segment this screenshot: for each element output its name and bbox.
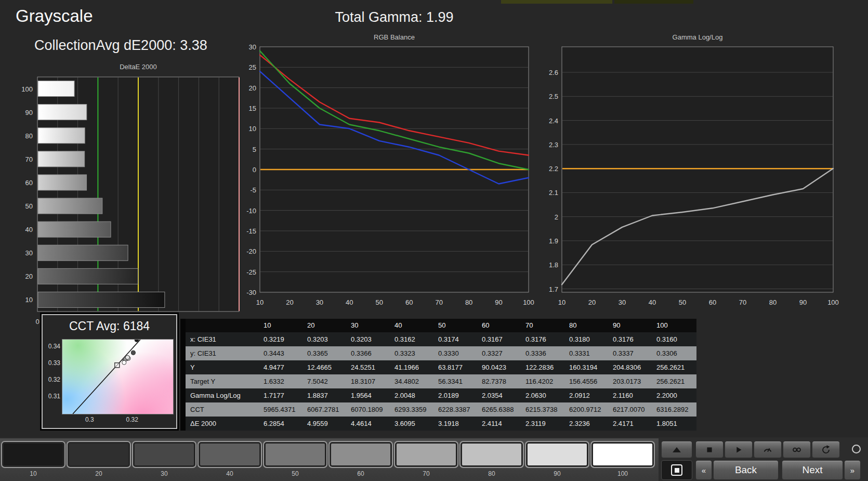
next-button[interactable]: Next bbox=[782, 460, 843, 480]
x-tick-label: 100 bbox=[827, 298, 839, 306]
cell: 24.5251 bbox=[347, 360, 391, 374]
x-tick-label: 90 bbox=[495, 298, 502, 306]
next-chevron-button[interactable]: » bbox=[844, 460, 861, 480]
x-tick-label: 0 bbox=[35, 318, 39, 326]
cell: 5965.4371 bbox=[260, 402, 304, 417]
back-chevron-button[interactable]: « bbox=[695, 460, 712, 480]
swatch-button-70[interactable] bbox=[394, 441, 458, 468]
cie-x-tick: 0.3 bbox=[79, 416, 100, 423]
measurement-point bbox=[131, 350, 135, 355]
cell: 0.3366 bbox=[347, 346, 391, 360]
column-header: 70 bbox=[522, 319, 565, 332]
cell: 204.8306 bbox=[609, 360, 653, 374]
cell: 0.3330 bbox=[435, 346, 478, 360]
record-circle-icon[interactable] bbox=[852, 445, 861, 453]
deltae-bar bbox=[38, 268, 138, 284]
deltae-bar bbox=[38, 151, 85, 167]
y-tick-label: 2.2 bbox=[549, 165, 558, 173]
y-tick-label: 2.1 bbox=[549, 189, 558, 197]
cell: 0.3443 bbox=[260, 346, 304, 360]
y-tick-label: 20 bbox=[249, 84, 256, 92]
meter-icon bbox=[762, 444, 773, 456]
cell: 1.6332 bbox=[260, 374, 304, 388]
swatch-button-40[interactable] bbox=[198, 441, 262, 468]
meter-button[interactable] bbox=[754, 441, 782, 458]
x-tick-label: 40 bbox=[346, 298, 353, 306]
cell: 63.8177 bbox=[435, 360, 478, 374]
swatch-button-90[interactable] bbox=[525, 441, 589, 468]
cell: 18.3107 bbox=[347, 374, 391, 388]
back-button[interactable]: Back bbox=[713, 460, 779, 480]
deltae-bar bbox=[38, 81, 74, 97]
y-tick-label: 10 bbox=[249, 125, 256, 133]
cell: 4.9477 bbox=[260, 360, 304, 374]
collection-avg-de2000-label: CollectionAvg dE2000: 3.38 bbox=[34, 37, 207, 54]
cell: 256.2621 bbox=[653, 360, 696, 374]
y-tick-label: -20 bbox=[246, 248, 256, 255]
y-tick-label: -30 bbox=[246, 289, 256, 296]
cell: 3.1918 bbox=[435, 417, 478, 431]
x-tick-label: 10 bbox=[558, 298, 565, 306]
cell: 41.1966 bbox=[391, 360, 435, 374]
cell: 7.5042 bbox=[304, 374, 347, 388]
cell: 0.3176 bbox=[609, 332, 653, 346]
swatch-cell-60: 60 bbox=[328, 441, 393, 477]
cie-y-tick: 0.31 bbox=[45, 393, 60, 400]
stop-button[interactable] bbox=[695, 441, 724, 458]
y-tick-label: 15 bbox=[249, 105, 256, 112]
refresh-button[interactable] bbox=[812, 441, 840, 458]
swatch-label: 70 bbox=[394, 470, 458, 477]
play-button[interactable] bbox=[725, 441, 753, 458]
swatch-button-30[interactable] bbox=[132, 441, 196, 468]
y-tick-label: 1.7 bbox=[549, 285, 558, 293]
cell: 2.3236 bbox=[565, 417, 609, 431]
stop-frame-button[interactable] bbox=[661, 460, 692, 480]
cell: 1.9564 bbox=[347, 388, 391, 402]
swatch-button-100[interactable] bbox=[590, 441, 655, 468]
cell: 160.3194 bbox=[565, 360, 609, 374]
row-label: CCT bbox=[186, 402, 260, 417]
swatch-cell-90: 90 bbox=[525, 441, 589, 477]
y-tick-label: -25 bbox=[246, 268, 256, 276]
deltae-bar bbox=[38, 175, 87, 190]
y-tick-label: 25 bbox=[249, 63, 256, 71]
swatch-button-60[interactable] bbox=[328, 441, 393, 468]
deltae-bar bbox=[38, 105, 87, 120]
cell: 3.6095 bbox=[391, 417, 435, 431]
cell: 0.3162 bbox=[391, 332, 435, 346]
x-tick-label: 20 bbox=[588, 298, 596, 306]
deltae-bar bbox=[38, 128, 85, 144]
up-arrow-button[interactable] bbox=[661, 441, 692, 458]
measurement-point bbox=[135, 340, 139, 342]
column-header: 50 bbox=[435, 319, 478, 332]
swatch-label: 40 bbox=[198, 470, 262, 477]
deltae-bar bbox=[38, 198, 102, 214]
rgb-balance-chart: -30-25-20-15-10-505101520253010203040506… bbox=[239, 44, 535, 310]
calman-grayscale-screen: Grayscale CollectionAvg dE2000: 3.38 Tot… bbox=[0, 0, 868, 481]
swatch-label: 60 bbox=[328, 470, 393, 477]
swatch-button-80[interactable] bbox=[459, 441, 524, 468]
x-tick-label: 90 bbox=[799, 298, 807, 306]
swatch-button-10[interactable] bbox=[1, 441, 65, 468]
cell: 0.3337 bbox=[609, 346, 653, 360]
cell: 6.2854 bbox=[260, 417, 304, 431]
row-label: x: CIE31 bbox=[186, 332, 260, 346]
header-corner bbox=[186, 319, 260, 332]
cie-scatter bbox=[62, 340, 173, 414]
cell: 6215.3738 bbox=[522, 402, 565, 417]
swatch-cell-100: 100 bbox=[590, 441, 655, 477]
cell: 6070.1809 bbox=[347, 402, 391, 417]
cell: 2.4114 bbox=[478, 417, 522, 431]
cell: 34.4802 bbox=[391, 374, 435, 388]
x-tick-label: 20 bbox=[286, 298, 293, 306]
swatch-button-20[interactable] bbox=[67, 441, 131, 468]
cell: 1.8837 bbox=[304, 388, 347, 402]
cell: 2.0354 bbox=[478, 388, 522, 402]
table-row: CCT5965.43716067.27816070.18096293.33596… bbox=[186, 402, 696, 417]
column-header: 40 bbox=[391, 319, 435, 332]
infinity-button[interactable] bbox=[783, 441, 811, 458]
swatch-button-50[interactable] bbox=[263, 441, 327, 468]
cell: 4.9559 bbox=[304, 417, 347, 431]
column-header: 80 bbox=[565, 319, 609, 332]
cell: 0.3160 bbox=[653, 332, 696, 346]
